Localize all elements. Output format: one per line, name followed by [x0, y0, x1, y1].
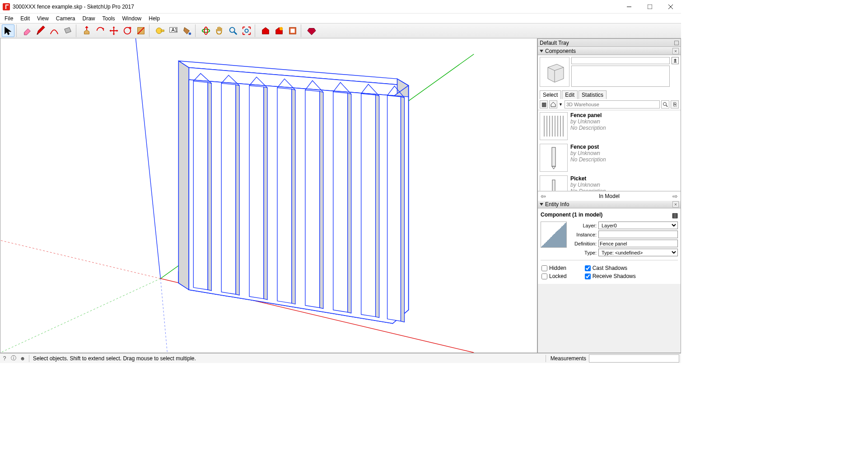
info-icon[interactable]: ⓘ — [9, 354, 18, 363]
list-item[interactable]: Fence post by Unknown No Description — [538, 142, 681, 174]
tab-edit[interactable]: Edit — [562, 90, 578, 99]
details-button[interactable]: ⎘ — [671, 100, 679, 108]
status-hint: Select objects. Shift to extend select. … — [31, 355, 196, 362]
tape-tool[interactable] — [154, 24, 166, 37]
post-thumb-icon — [540, 144, 568, 172]
layout-tool[interactable] — [286, 24, 299, 37]
ruby-tool[interactable] — [305, 24, 318, 37]
menu-file[interactable]: File — [1, 14, 17, 23]
receive-shadows-checkbox[interactable]: Receive Shadows — [585, 273, 636, 279]
maximize-button[interactable] — [639, 0, 660, 14]
help-icon[interactable]: ? — [0, 354, 9, 363]
material-swatch[interactable] — [541, 222, 567, 248]
pencil-tool[interactable] — [34, 24, 47, 37]
component-name-input[interactable] — [571, 57, 670, 64]
measurements-input[interactable] — [589, 354, 679, 363]
component-add-button[interactable]: ± — [672, 57, 679, 64]
collapse-icon — [540, 50, 543, 52]
entity-menu-icon[interactable]: ▤ — [672, 212, 678, 219]
components-header[interactable]: Components × — [538, 47, 681, 55]
svg-point-13 — [230, 28, 235, 33]
nav-back-button[interactable]: ⇦ — [541, 193, 546, 200]
pushpull-tool[interactable] — [80, 24, 93, 37]
orbit-tool[interactable] — [200, 24, 212, 37]
arc-tool[interactable] — [48, 24, 61, 37]
rotate-tool[interactable] — [121, 24, 134, 37]
viewport[interactable] — [0, 38, 537, 353]
view-mode-button[interactable]: ▦ — [540, 100, 548, 108]
move-tool[interactable] — [107, 24, 120, 37]
home-button[interactable] — [549, 100, 557, 108]
rectangle-tool[interactable] — [61, 24, 74, 37]
svg-marker-41 — [305, 90, 320, 308]
select-tool[interactable] — [2, 24, 14, 37]
svg-marker-46 — [376, 95, 379, 317]
locked-checkbox[interactable]: Locked — [541, 273, 567, 279]
chevron-down-icon[interactable]: ▼ — [559, 102, 563, 107]
paint-tool[interactable] — [181, 24, 193, 37]
selected-component[interactable] — [0, 38, 537, 353]
svg-marker-42 — [320, 91, 323, 309]
menu-draw[interactable]: Draw — [79, 14, 99, 23]
search-input[interactable] — [565, 100, 660, 108]
offset-tool[interactable] — [94, 24, 107, 37]
default-tray: Default Tray Components × ± Select Edit … — [537, 38, 681, 353]
list-item-name: Picket — [570, 175, 679, 182]
person-icon[interactable]: ☻ — [18, 354, 27, 363]
warehouse-tool[interactable] — [259, 24, 272, 37]
window-title: 3000XXX fence example.skp - SketchUp Pro… — [13, 4, 134, 10]
scale-tool[interactable] — [135, 24, 147, 37]
list-item[interactable]: Fence panel by Unknown No Description — [538, 110, 681, 142]
list-item-desc: No Description — [570, 156, 679, 163]
panel-close-button[interactable]: × — [672, 48, 679, 54]
svg-marker-62 — [552, 166, 555, 169]
list-item[interactable]: Picket by Unknown No Description — [538, 174, 681, 191]
tab-select[interactable]: Select — [540, 90, 561, 99]
eraser-tool[interactable] — [21, 24, 33, 37]
tray-title[interactable]: Default Tray — [538, 39, 681, 47]
svg-point-15 — [245, 29, 248, 32]
minimize-button[interactable] — [619, 0, 639, 14]
menu-view[interactable]: View — [33, 14, 52, 23]
pin-icon[interactable] — [674, 41, 679, 45]
menu-help[interactable]: Help — [145, 14, 163, 23]
list-item-name: Fence panel — [570, 112, 679, 118]
definition-label: Definition: — [570, 241, 597, 246]
hidden-checkbox[interactable]: Hidden — [541, 265, 567, 271]
close-button[interactable] — [660, 0, 681, 14]
nav-label: In Model — [599, 193, 620, 199]
list-item-desc: No Description — [570, 188, 679, 191]
zoom-extents-tool[interactable] — [240, 24, 253, 37]
svg-rect-7 — [161, 30, 164, 32]
svg-marker-45 — [361, 94, 376, 316]
tab-statistics[interactable]: Statistics — [579, 90, 607, 99]
list-item-by: by Unknown — [570, 150, 679, 156]
menu-edit[interactable]: Edit — [17, 14, 33, 23]
svg-marker-49 — [548, 64, 564, 82]
component-list[interactable]: Fence panel by Unknown No Description Fe… — [538, 110, 681, 191]
entity-info-header[interactable]: Entity Info × — [538, 200, 681, 208]
list-item-by: by Unknown — [570, 182, 679, 188]
pan-tool[interactable] — [213, 24, 226, 37]
menu-camera[interactable]: Camera — [52, 14, 79, 23]
svg-text:A1: A1 — [171, 27, 177, 33]
panel-close-button[interactable]: × — [672, 201, 679, 207]
menu-tools[interactable]: Tools — [99, 14, 119, 23]
layer-select[interactable]: Layer0 — [598, 222, 678, 229]
component-nav: ⇦ In Model ⇨ — [538, 191, 681, 200]
text-tool[interactable]: A1 — [167, 24, 180, 37]
instance-input[interactable] — [598, 231, 678, 238]
type-select[interactable]: Type: <undefined> — [598, 249, 678, 256]
ext-warehouse-tool[interactable] — [273, 24, 285, 37]
zoom-tool[interactable] — [227, 24, 239, 37]
search-icon[interactable] — [661, 100, 669, 108]
svg-marker-33 — [193, 81, 208, 290]
cast-shadows-checkbox[interactable]: Cast Shadows — [585, 265, 636, 271]
menu-window[interactable]: Window — [119, 14, 145, 23]
svg-marker-44 — [348, 93, 351, 313]
nav-fwd-button[interactable]: ⇨ — [672, 193, 678, 200]
svg-rect-18 — [290, 28, 294, 33]
component-desc-input[interactable] — [571, 66, 670, 87]
svg-point-10 — [189, 33, 191, 35]
definition-input[interactable] — [598, 240, 678, 247]
